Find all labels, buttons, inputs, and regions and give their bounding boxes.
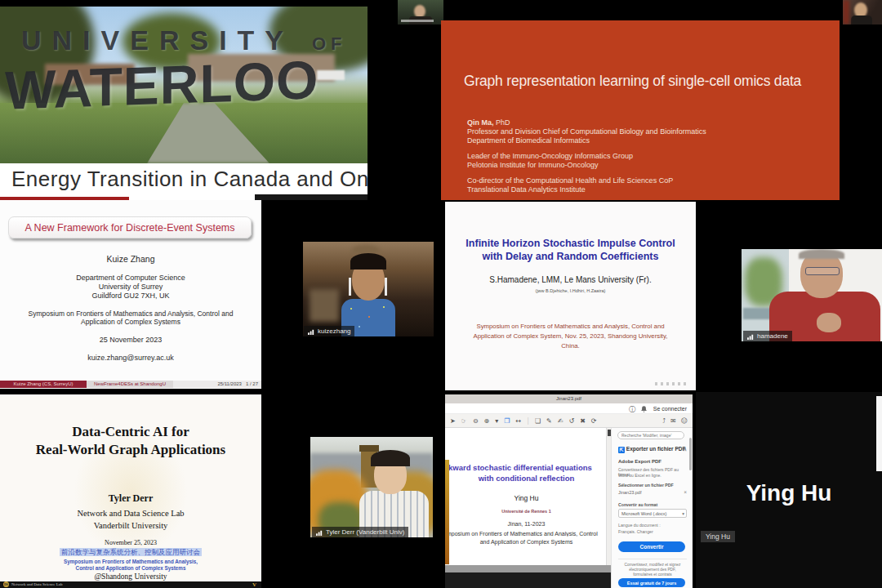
language-label: Langue du document :: [618, 523, 687, 528]
webcam-hamadene[interactable]: [742, 249, 882, 341]
pencil-icon[interactable]: ✎: [546, 417, 552, 425]
profile-icon[interactable]: ☺: [681, 417, 688, 425]
slide-email: kuize.zhang@surrey.ac.uk: [0, 354, 261, 362]
window-edge-artifact: [876, 396, 882, 471]
pdf-title-line2: with conditional reflection: [447, 474, 606, 483]
participant-name-label: Ying Hu: [701, 531, 735, 542]
vanderbilt-logo: V: [252, 581, 256, 588]
background-detail: [843, 0, 849, 24]
slide-title-line2: with Delay and Random Coefficients: [445, 251, 696, 262]
beamer-nav-icons: [655, 382, 689, 385]
language-value[interactable]: Français. Changer: [618, 529, 687, 534]
glasses: [805, 267, 840, 275]
slide-author: Tyler Derr: [0, 492, 261, 505]
earphone-wire: [385, 278, 387, 296]
participant-hair: [350, 253, 386, 270]
strip-shadow: [255, 194, 368, 200]
caption-sliver: [401, 20, 434, 22]
zoom-dropdown[interactable]: ▾: [495, 417, 498, 425]
beamer-footline: Kuize Zhang (CS, SurreyU) NewFrame4DESs …: [0, 381, 261, 388]
slide-title: Graph representation learning of single-…: [464, 73, 801, 90]
tool-name: Adobe Export PDF: [618, 459, 687, 464]
participant-hair: [371, 450, 410, 466]
free-trial-button[interactable]: Essai gratuit de 7 jours: [618, 578, 685, 587]
info-icon[interactable]: ⓘ: [629, 405, 635, 414]
waterloo-campus-photo: UNIVERSITY OF WATERLOO: [0, 7, 368, 163]
tower-top: [359, 445, 379, 452]
tools-panel: ⇱ Exporter un fichier PDF ∧ Adobe Export…: [611, 428, 693, 588]
hand-tool-icon[interactable]: ☞: [461, 417, 467, 425]
pdf-title-line1: kward stochastic differential equations: [448, 463, 606, 472]
account-bar: ⓘ Se connecter: [445, 403, 693, 414]
window-titlebar: Jinan23.pdf: [445, 394, 693, 403]
zoom-out-icon[interactable]: ⊖: [473, 417, 479, 425]
sign-icon[interactable]: ✍: [558, 417, 564, 425]
delete-icon[interactable]: ✖: [580, 417, 586, 425]
webcam-yinghu-off[interactable]: Ying Hu Ying Hu: [696, 392, 882, 588]
background-door: [310, 289, 339, 322]
slide-title: A New Framework for Discrete-Event Syste…: [8, 216, 252, 238]
refresh-icon[interactable]: ⟳: [591, 417, 597, 425]
participant-hand: [817, 313, 841, 332]
zoom-in-icon[interactable]: ⊕: [484, 417, 490, 425]
window-edge-artifact: [445, 460, 449, 564]
chevron-down-icon: ▾: [682, 510, 684, 519]
page-thumbnail-icon[interactable]: ❐: [504, 417, 510, 425]
slide-footer-bar: DSNetwork and Data Science Lab V: [0, 581, 261, 588]
waterloo-sign-line2: WATERLOO: [5, 48, 318, 121]
slide-date: 25 November 2023: [0, 336, 261, 344]
signal-bars-icon: [308, 328, 315, 335]
participant-display-name: Ying Hu: [696, 480, 882, 506]
slide-author: Kuize Zhang: [0, 254, 261, 264]
participant-name-label: hamadene: [743, 331, 792, 341]
participant-torso: [851, 16, 872, 24]
slide-title-line1: Infinite Horizon Stochastic Impulse Cont…: [445, 238, 696, 249]
fit-width-icon[interactable]: ↔: [515, 417, 521, 425]
remove-file-icon[interactable]: ×: [684, 489, 687, 495]
select-tool-icon[interactable]: ➤: [450, 417, 456, 425]
mini-webcam-top-right[interactable]: [843, 0, 882, 24]
slide-date: November 25, 2023: [0, 539, 261, 546]
mini-webcam-top-center[interactable]: [398, 0, 443, 24]
slide-title: Energy Transition in Canada and Ontario: [0, 163, 368, 194]
window-bottom: [445, 572, 611, 588]
sign-in-button[interactable]: Se connecter: [653, 406, 687, 412]
joint-work-note: (jww B.Djehiche, I.Hdhiri, H.Zaatra): [445, 288, 696, 293]
event-title-chinese: 前沿数学与复杂系统分析、控制及应用研讨会: [60, 548, 202, 556]
format-dropdown[interactable]: Microsoft Word (.docx) ▾: [618, 509, 687, 518]
export-pdf-section[interactable]: ⇱ Exporter un fichier PDF ∧: [618, 446, 687, 453]
screenshare-des-slide[interactable]: A New Framework for Discrete-Event Syste…: [0, 200, 261, 389]
format-label: Convertir au format: [618, 502, 687, 507]
pdf-venue: Jinan, 11-2023: [447, 521, 606, 527]
participant-name-label: kuizezhang: [304, 326, 354, 336]
panel-divider: [618, 559, 687, 560]
screenshare-waterloo-slide[interactable]: UNIVERSITY OF WATERLOO Energy Transition…: [0, 7, 368, 200]
slide-author-strip: Claudia Cañizares: [0, 194, 255, 200]
collapse-chevron-icon[interactable]: ∧: [683, 446, 687, 452]
tools-search-input[interactable]: [617, 431, 684, 439]
acrobat-toolbar: ➤ ☞ ⊖ ⊕ ▾ ❐ ↔ | ❏ ✎ ✍ ↺ ✖ ⟳ ⤴ ✉ ☺: [445, 414, 693, 428]
participant-hair: [799, 249, 844, 259]
screenshare-impulse-slide[interactable]: Infinite Horizon Stochastic Impulse Cont…: [445, 202, 696, 390]
pdf-event-line1: mposium on Frontiers of Mathematics and …: [447, 531, 606, 537]
panel-scrollbar[interactable]: [689, 438, 692, 470]
screenshare-datacentric-slide[interactable]: Data-Centric AI for Real-World Graph App…: [0, 394, 261, 588]
screenshare-acrobat-window[interactable]: Jinan23.pdf ⓘ Se connecter ➤ ☞ ⊖ ⊕ ▾ ❐ ↔…: [445, 394, 693, 588]
screenshare-omics-slide[interactable]: Graph representation learning of single-…: [441, 20, 840, 200]
speaker-bio: Qin Ma, PhD Professor and Division Chief…: [467, 118, 706, 194]
webcam-tyler-derr[interactable]: [310, 437, 433, 537]
slide-title-line2: Real-World Graph Applications: [0, 442, 261, 458]
pdf-event-line2: and Application of Complex Systems: [447, 539, 606, 545]
rotate-icon[interactable]: ↺: [568, 417, 574, 425]
bus: [317, 70, 345, 80]
convert-button[interactable]: Convertir: [618, 541, 685, 552]
share-icon[interactable]: ⤴: [662, 417, 666, 425]
webcam-kuizezhang[interactable]: [303, 242, 434, 336]
export-pdf-icon: ⇱: [618, 447, 625, 453]
meeting-grid: UNIVERSITY OF WATERLOO Energy Transition…: [0, 0, 882, 588]
pdf-affiliation: Université de Rennes 1: [447, 509, 606, 514]
comment-icon[interactable]: ❏: [535, 417, 541, 425]
bell-icon[interactable]: [641, 406, 647, 412]
signal-bars-icon: [316, 529, 323, 536]
email-icon[interactable]: ✉: [670, 417, 676, 425]
